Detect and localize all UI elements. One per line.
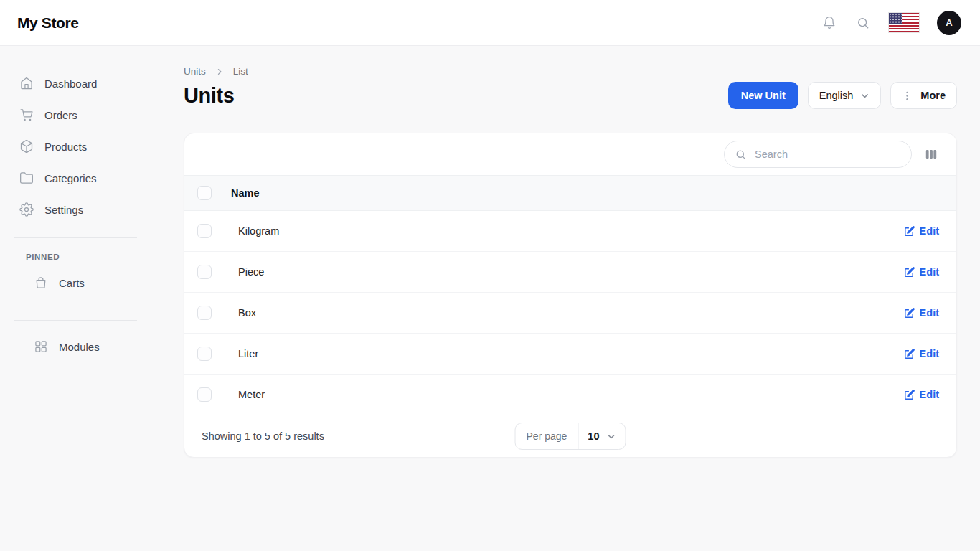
sidebar-item-label: Products bbox=[44, 141, 87, 153]
main-content: Units List Units New Unit English bbox=[161, 46, 980, 551]
edit-link[interactable]: Edit bbox=[904, 348, 939, 359]
chevron-down-icon bbox=[606, 432, 616, 441]
language-dropdown[interactable]: English bbox=[808, 82, 882, 109]
edit-icon bbox=[904, 266, 915, 278]
column-header-name[interactable]: Name bbox=[231, 187, 260, 199]
per-page-label: Per page bbox=[516, 423, 579, 449]
units-table-card: Name Kilogram Edit bbox=[184, 133, 957, 458]
columns-icon bbox=[924, 147, 938, 161]
more-button[interactable]: More bbox=[890, 82, 957, 109]
bell-icon bbox=[822, 16, 837, 30]
sidebar-item-categories[interactable]: Categories bbox=[0, 162, 161, 194]
breadcrumb: Units List bbox=[184, 66, 957, 77]
topbar-right: A bbox=[821, 11, 961, 35]
row-name: Meter bbox=[231, 389, 904, 400]
pinned-heading: PINNED bbox=[0, 248, 161, 267]
breadcrumb-units[interactable]: Units bbox=[184, 66, 206, 77]
brand-logo[interactable]: My Store bbox=[17, 14, 79, 32]
sidebar-item-dashboard[interactable]: Dashboard bbox=[0, 67, 161, 99]
per-page-value: 10 bbox=[588, 430, 599, 442]
toggle-columns-button[interactable] bbox=[924, 146, 940, 162]
breadcrumb-list[interactable]: List bbox=[233, 66, 248, 77]
topbar: My Store A bbox=[0, 0, 980, 46]
edit-link-label: Edit bbox=[920, 348, 939, 359]
per-page-value-box: 10 bbox=[578, 423, 625, 449]
chevron-right-icon bbox=[215, 67, 224, 76]
row-name: Kilogram bbox=[231, 225, 904, 237]
avatar[interactable]: A bbox=[937, 11, 961, 35]
select-all-checkbox[interactable] bbox=[197, 186, 212, 200]
per-page-selector[interactable]: Per page 10 bbox=[515, 423, 626, 450]
table-row[interactable]: Box Edit bbox=[184, 293, 956, 334]
edit-icon bbox=[904, 348, 915, 359]
results-summary: Showing 1 to 5 of 5 results bbox=[184, 430, 324, 442]
row-checkbox[interactable] bbox=[197, 347, 212, 361]
sidebar-item-label: Categories bbox=[44, 172, 97, 184]
table-header-row: Name bbox=[184, 175, 956, 211]
table-footer: Showing 1 to 5 of 5 results Per page 10 bbox=[184, 415, 956, 457]
edit-link-label: Edit bbox=[920, 225, 939, 237]
folder-icon bbox=[19, 171, 34, 185]
sidebar-divider bbox=[14, 320, 137, 321]
row-name: Box bbox=[231, 307, 904, 319]
sidebar-item-products[interactable]: Products bbox=[0, 131, 161, 162]
notifications-button[interactable] bbox=[821, 15, 837, 31]
page-title: Units bbox=[184, 84, 235, 108]
page-actions: New Unit English More bbox=[728, 82, 957, 109]
sidebar-nav: Dashboard Orders Products Categories bbox=[0, 67, 161, 225]
edit-link[interactable]: Edit bbox=[904, 266, 939, 278]
edit-link-label: Edit bbox=[920, 266, 939, 278]
sidebar-item-label: Settings bbox=[44, 204, 83, 216]
sidebar-item-modules[interactable]: Modules bbox=[0, 331, 161, 362]
gear-icon bbox=[19, 202, 34, 217]
search-input[interactable] bbox=[753, 148, 901, 161]
row-name: Piece bbox=[231, 266, 904, 278]
global-search-button[interactable] bbox=[855, 15, 871, 31]
dots-vertical-icon bbox=[902, 90, 913, 101]
title-row: Units New Unit English More bbox=[184, 82, 957, 109]
row-checkbox[interactable] bbox=[197, 224, 212, 238]
sidebar-item-settings[interactable]: Settings bbox=[0, 194, 161, 225]
edit-link-label: Edit bbox=[920, 389, 939, 400]
cart-icon bbox=[19, 108, 34, 122]
table-toolbar bbox=[184, 133, 956, 175]
sidebar: Dashboard Orders Products Categories bbox=[0, 46, 161, 551]
edit-icon bbox=[904, 225, 915, 237]
row-checkbox[interactable] bbox=[197, 265, 212, 279]
row-checkbox[interactable] bbox=[197, 306, 212, 320]
search-icon bbox=[735, 149, 747, 161]
more-button-label: More bbox=[920, 90, 946, 101]
edit-link[interactable]: Edit bbox=[904, 307, 939, 319]
edit-link-label: Edit bbox=[920, 307, 939, 319]
edit-link[interactable]: Edit bbox=[904, 225, 939, 237]
row-checkbox[interactable] bbox=[197, 387, 212, 402]
select-all-cell bbox=[184, 186, 231, 200]
table-row[interactable]: Piece Edit bbox=[184, 252, 956, 293]
home-icon bbox=[19, 76, 34, 90]
edit-link[interactable]: Edit bbox=[904, 389, 939, 400]
row-checkbox-cell bbox=[184, 306, 231, 320]
modules-icon bbox=[34, 339, 48, 354]
row-checkbox-cell bbox=[184, 265, 231, 279]
sidebar-item-orders[interactable]: Orders bbox=[0, 99, 161, 131]
new-unit-button[interactable]: New Unit bbox=[728, 82, 798, 109]
sidebar-item-label: Modules bbox=[59, 341, 100, 353]
language-flag-us[interactable] bbox=[889, 13, 919, 32]
us-flag-canton bbox=[889, 13, 902, 24]
row-checkbox-cell bbox=[184, 387, 231, 402]
table-row[interactable]: Kilogram Edit bbox=[184, 211, 956, 252]
table-row[interactable]: Liter Edit bbox=[184, 334, 956, 375]
sidebar-item-label: Carts bbox=[59, 277, 85, 289]
chevron-down-icon bbox=[860, 91, 870, 100]
row-checkbox-cell bbox=[184, 347, 231, 361]
table-search bbox=[724, 141, 912, 168]
row-name: Liter bbox=[231, 348, 904, 359]
table-body: Kilogram Edit Piece bbox=[184, 211, 956, 415]
edit-icon bbox=[904, 389, 915, 400]
edit-icon bbox=[904, 307, 915, 319]
table-row[interactable]: Meter Edit bbox=[184, 375, 956, 415]
sidebar-divider bbox=[14, 237, 137, 238]
sidebar-item-carts[interactable]: Carts bbox=[0, 267, 161, 298]
bag-icon bbox=[34, 276, 48, 290]
language-dropdown-label: English bbox=[819, 90, 854, 101]
